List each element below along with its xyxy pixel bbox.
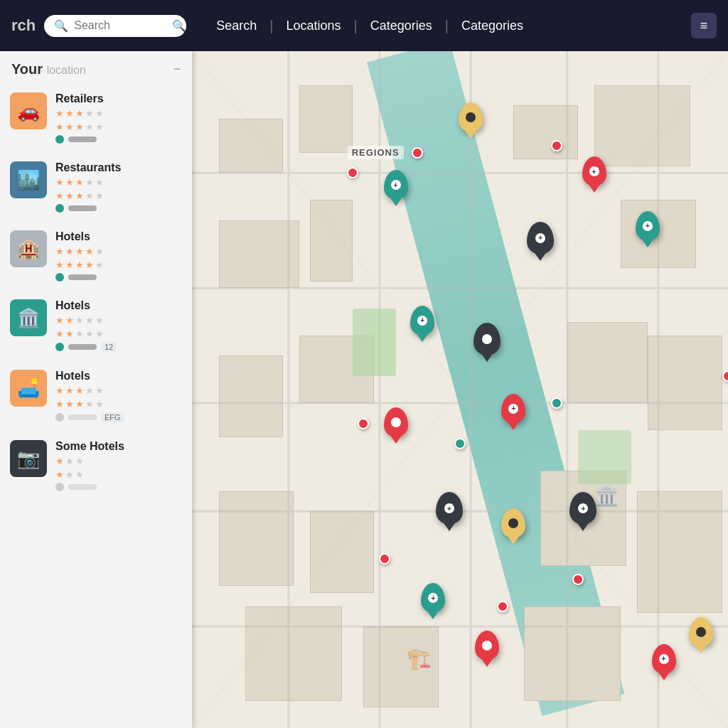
map-dot-d2[interactable] <box>412 147 423 159</box>
star-1-4: ★ <box>95 191 104 201</box>
map-dot-d8[interactable] <box>572 574 584 585</box>
pin-body-p4: + <box>410 306 434 336</box>
map-dot-d9[interactable] <box>497 601 508 612</box>
map-pin-p10[interactable]: + <box>436 492 463 525</box>
star-4-2: ★ <box>75 399 84 410</box>
pin-inner-p2: + <box>466 112 476 122</box>
meta-bar <box>68 274 97 280</box>
map-pin-p5[interactable] <box>473 323 500 355</box>
map-pin-p14[interactable] <box>475 631 499 660</box>
item-name-5: Some Hotels <box>55 440 182 453</box>
map-dot-d3[interactable] <box>551 140 562 151</box>
map-dot-d5[interactable] <box>358 418 369 429</box>
star-0-1: ★ <box>65 108 74 119</box>
pin-body-p16: + <box>652 644 676 674</box>
map-pin-p4[interactable]: + <box>410 306 434 336</box>
star-5-0: ★ <box>55 469 64 480</box>
search-input[interactable] <box>74 19 166 32</box>
map-building-icon: 🏛️ <box>594 484 619 508</box>
pin-inner-p5 <box>482 334 492 344</box>
pin-inner-p9 <box>391 417 401 427</box>
star-3-4: ★ <box>95 315 104 326</box>
star-2-0: ★ <box>55 246 64 257</box>
star-0-4: ★ <box>95 122 104 132</box>
sidebar-collapse-button[interactable]: − <box>173 62 181 77</box>
map-pin-p2[interactable]: + <box>459 102 483 132</box>
map-pin-p6[interactable]: + <box>501 394 525 424</box>
pin-tail-p6 <box>507 421 520 430</box>
sidebar-item-2[interactable]: 🏨 Hotels ★★★★★ ★★★★★ <box>0 222 192 291</box>
item-icon-4: 🛋️ <box>17 378 40 400</box>
star-2-4: ★ <box>95 246 104 257</box>
pin-body-p9 <box>384 407 408 437</box>
map-park <box>353 309 395 376</box>
map-pin-p12[interactable]: + <box>569 492 596 525</box>
item-icon-5: 📷 <box>17 448 40 470</box>
star-0-3: ★ <box>85 108 94 119</box>
star-0-3: ★ <box>85 122 94 132</box>
map-grid-svg <box>192 51 728 728</box>
pin-inner-p3: + <box>535 233 545 243</box>
nav-link-locations[interactable]: Locations <box>274 18 354 33</box>
meta-badge: 12 <box>101 342 117 352</box>
nav-links: Search | Locations | Categories | Catego… <box>203 18 536 34</box>
item-info-4: Hotels ★★★★★ ★★★★★ EFG <box>55 370 182 422</box>
map-dot-d10[interactable] <box>379 553 390 564</box>
map-region-label: REGIONS <box>348 146 404 159</box>
meta-bar <box>68 414 97 420</box>
item-thumbnail-4: 🛋️ <box>10 370 47 407</box>
sidebar-item-1[interactable]: 🏙️ Restaurants ★★★★★ ★★★★★ <box>0 153 192 222</box>
star-4-4: ★ <box>95 385 104 396</box>
item-icon-3: 🏛️ <box>17 307 40 329</box>
star-3-1: ★ <box>65 328 74 339</box>
pin-tail-p12 <box>577 522 589 531</box>
pin-body-p11: + <box>501 508 525 538</box>
map-area[interactable]: REGIONS 🏛️ 🏗️ + + + + + <box>192 51 728 728</box>
map-pin-p3[interactable]: + <box>527 222 554 255</box>
sidebar-item-4[interactable]: 🛋️ Hotels ★★★★★ ★★★★★ EFG <box>0 361 192 432</box>
sidebar-item-0[interactable]: 🚗 Retailers ★★★★★ ★★★★★ <box>0 84 192 153</box>
pin-inner-p16: + <box>659 654 669 664</box>
star-1-1: ★ <box>65 177 74 188</box>
meta-dot <box>55 413 64 422</box>
item-info-5: Some Hotels ★★★ ★★★ <box>55 440 182 491</box>
map-dot-d7[interactable] <box>551 397 562 409</box>
star-0-0: ★ <box>55 108 64 119</box>
map-dot-d6[interactable] <box>454 438 466 449</box>
sidebar: Your location − 🚗 Retailers ★★★★★ ★★★★★ … <box>0 51 192 728</box>
meta-dot-green <box>55 273 64 282</box>
map-pin-p11[interactable]: + <box>501 508 525 538</box>
map-pin-p9[interactable] <box>384 407 408 437</box>
pin-tail-p3 <box>534 252 547 261</box>
map-pin-p8[interactable]: + <box>636 211 660 241</box>
meta-badge: EFG <box>101 412 124 422</box>
pin-inner-p1: + <box>391 180 401 190</box>
item-info-3: Hotels ★★★★★ ★★★★★ 12 <box>55 299 182 352</box>
pin-inner-p8: + <box>643 221 653 231</box>
nav-link-categories-1[interactable]: Categories <box>358 18 445 33</box>
map-dot-d1[interactable] <box>347 167 358 178</box>
map-pin-p15[interactable] <box>689 617 713 647</box>
nav-link-categories-2[interactable]: Categories <box>449 18 536 33</box>
item-info-1: Restaurants ★★★★★ ★★★★★ <box>55 161 182 213</box>
sidebar-item-3[interactable]: 🏛️ Hotels ★★★★★ ★★★★★ 12 <box>0 291 192 361</box>
star-1-0: ★ <box>55 177 64 188</box>
nav-link-search[interactable]: Search <box>203 18 269 33</box>
pin-body-p3: + <box>527 222 554 255</box>
search-box[interactable]: 🔍 🔍 <box>44 15 186 37</box>
pin-inner-p11: + <box>508 518 518 528</box>
map-pin-p16[interactable]: + <box>652 644 676 674</box>
pin-inner-p15 <box>696 627 706 637</box>
map-pin-p13[interactable]: + <box>421 583 445 613</box>
item-thumbnail-5: 📷 <box>10 440 47 477</box>
star-3-1: ★ <box>65 315 74 326</box>
menu-button[interactable]: ≡ <box>691 13 717 38</box>
star-2-2: ★ <box>75 259 84 270</box>
star-1-2: ★ <box>75 177 84 188</box>
map-pin-p1[interactable]: + <box>384 170 408 200</box>
map-pin-p7[interactable]: + <box>582 156 606 186</box>
pin-body-p7: + <box>582 156 606 186</box>
pin-tail-p1 <box>390 197 402 206</box>
sidebar-item-5[interactable]: 📷 Some Hotels ★★★ ★★★ <box>0 432 192 500</box>
pin-body-p5 <box>473 323 500 355</box>
